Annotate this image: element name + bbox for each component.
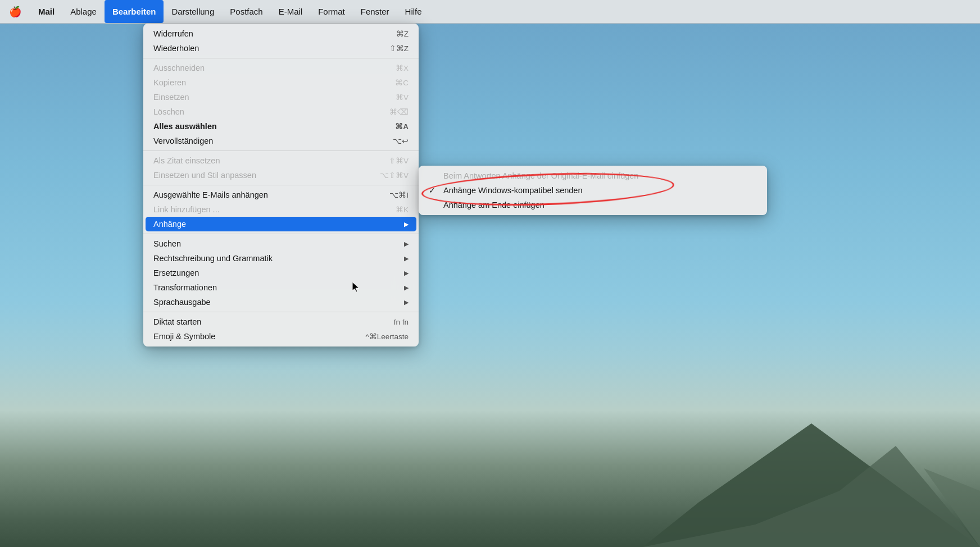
menu-item-kopieren[interactable]: Kopieren ⌘C [143,75,419,90]
submenu-item-am-ende[interactable]: Anhänge am Ende einfügen [419,198,767,212]
menu-ablage[interactable]: Ablage [62,0,105,23]
suchen-arrow: ▶ [404,240,409,248]
ersetzungen-arrow: ▶ [404,270,409,277]
menu-item-ausgewaehlte[interactable]: Ausgewählte E-Mails anhängen ⌥⌘I [143,188,419,202]
menu-item-vervollstaendigen[interactable]: Vervollständigen ⌥↩ [143,134,419,148]
menu-item-sprachausgabe[interactable]: Sprachausgabe ▶ [143,295,419,309]
menu-item-einsetzen[interactable]: Einsetzen ⌘V [143,90,419,104]
menu-item-anhaenge[interactable]: Anhänge ▶ [146,217,416,231]
submenu-arrow: ▶ [404,221,409,228]
menu-bearbeiten[interactable]: Bearbeiten [105,0,164,23]
apple-menu[interactable]: 🍎 [0,0,30,23]
separator-2 [143,151,419,151]
menu-item-emoji[interactable]: Emoji & Symbole ^⌘Leertaste [143,329,419,344]
menu-item-wiederholen[interactable]: Wiederholen ⇧⌘Z [143,41,419,56]
menu-item-suchen[interactable]: Suchen ▶ [143,236,419,251]
submenu-item-windows-kompatibel[interactable]: ✓ Anhänge Windows-kompatibel senden [419,183,767,198]
menu-email[interactable]: E-Mail [271,0,311,23]
separator-1 [143,58,419,58]
separator-3 [143,185,419,185]
menu-item-loeschen[interactable]: Löschen ⌘⌫ [143,104,419,119]
menu-item-ersetzungen[interactable]: Ersetzungen ▶ [143,266,419,280]
menu-item-rechtschreibung[interactable]: Rechtschreibung und Grammatik ▶ [143,251,419,266]
sprachausgabe-arrow: ▶ [404,299,409,306]
menu-item-einsetzen-stil[interactable]: Einsetzen und Stil anpassen ⌥⇧⌘V [143,168,419,183]
menu-item-ausschneiden[interactable]: Ausschneiden ⌘X [143,61,419,75]
menu-item-alles-auswaehlen[interactable]: Alles auswählen ⌘A [143,119,419,134]
rechtschreibung-arrow: ▶ [404,255,409,262]
menubar: 🍎 Mail Ablage Bearbeiten Darstellung Pos… [0,0,980,24]
anhaenge-submenu: Beim Antworten Anhänge der Original-E-Ma… [419,166,767,215]
menu-mail[interactable]: Mail [30,0,62,23]
menu-format[interactable]: Format [310,0,353,23]
menu-item-widerrufen[interactable]: Widerrufen ⌘Z [143,26,419,41]
separator-5 [143,312,419,312]
separator-4 [143,234,419,234]
mountain-silhouette [643,379,980,547]
transformationen-arrow: ▶ [404,284,409,291]
menu-hilfe[interactable]: Hilfe [397,0,430,23]
menu-item-als-zitat[interactable]: Als Zitat einsetzen ⇧⌘V [143,153,419,168]
submenu-item-beim-antworten[interactable]: Beim Antworten Anhänge der Original-E-Ma… [419,168,767,183]
menu-item-link[interactable]: Link hinzufügen ... ⌘K [143,202,419,217]
menu-postfach[interactable]: Postfach [222,0,270,23]
menu-item-diktat[interactable]: Diktat starten fn fn [143,314,419,329]
bearbeiten-menu: Widerrufen ⌘Z Wiederholen ⇧⌘Z Ausschneid… [143,24,419,347]
menu-darstellung[interactable]: Darstellung [164,0,222,23]
menu-fenster[interactable]: Fenster [353,0,397,23]
menu-item-transformationen[interactable]: Transformationen ▶ [143,280,419,295]
